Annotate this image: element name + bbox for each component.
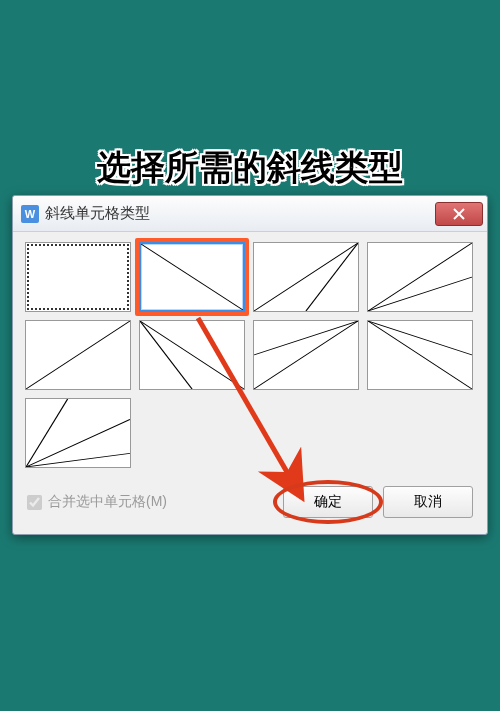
cell-diagram-icon — [368, 243, 472, 311]
cell-option-diag-tl-br-double-mid[interactable] — [139, 320, 245, 390]
svg-line-10 — [254, 321, 358, 355]
svg-line-4 — [254, 243, 358, 311]
dialog-bottom-row: 合并选中单元格(M) 确定 取消 — [13, 472, 487, 534]
svg-line-5 — [368, 277, 472, 311]
cell-diagram-icon — [141, 244, 243, 310]
instruction-text: 选择所需的斜线类型 — [97, 145, 403, 191]
svg-line-8 — [140, 321, 192, 389]
cell-diagram-icon — [254, 243, 358, 311]
cell-option-diag-tl-br-fan[interactable] — [367, 320, 473, 390]
ok-button[interactable]: 确定 — [283, 486, 373, 518]
close-button[interactable] — [435, 202, 483, 226]
svg-line-3 — [306, 243, 358, 311]
cell-type-grid — [13, 232, 487, 472]
svg-line-14 — [26, 399, 68, 467]
svg-line-7 — [26, 321, 130, 389]
svg-line-2 — [141, 244, 243, 310]
cell-diagram-icon — [26, 399, 130, 467]
cell-diagram-icon — [26, 243, 130, 311]
dialog-titlebar: W 斜线单元格类型 — [13, 196, 487, 232]
cell-diagram-icon — [368, 321, 472, 389]
diagonal-cell-type-dialog: W 斜线单元格类型 合并选中单元格(M) 确定 取消 — [12, 195, 488, 535]
cell-option-diag-tl-br[interactable] — [139, 242, 245, 312]
svg-line-11 — [254, 321, 358, 389]
titlebar-left: W 斜线单元格类型 — [13, 204, 150, 223]
cell-option-diag-tr-bl-double-up[interactable] — [253, 320, 359, 390]
cell-diagram-icon — [140, 321, 244, 389]
cell-option-diag-tr-bl-double-low[interactable] — [367, 242, 473, 312]
cancel-button[interactable]: 取消 — [383, 486, 473, 518]
merge-cells-label: 合并选中单元格(M) — [48, 493, 167, 511]
merge-cells-checkbox-wrap: 合并选中单元格(M) — [27, 493, 273, 511]
svg-line-9 — [140, 321, 244, 389]
cell-option-diag-bl-tr[interactable] — [25, 320, 131, 390]
merge-cells-checkbox[interactable] — [27, 495, 42, 510]
cell-option-none[interactable] — [25, 242, 131, 312]
cell-diagram-icon — [26, 321, 130, 389]
svg-line-6 — [368, 243, 472, 311]
app-icon: W — [21, 205, 39, 223]
svg-line-13 — [368, 321, 472, 389]
dialog-title: 斜线单元格类型 — [45, 204, 150, 223]
cell-diagram-icon — [254, 321, 358, 389]
cell-option-diag-bl-triple[interactable] — [25, 398, 131, 468]
cell-option-diag-tr-mid-bl[interactable] — [253, 242, 359, 312]
close-icon — [453, 208, 465, 220]
svg-line-12 — [368, 321, 472, 355]
